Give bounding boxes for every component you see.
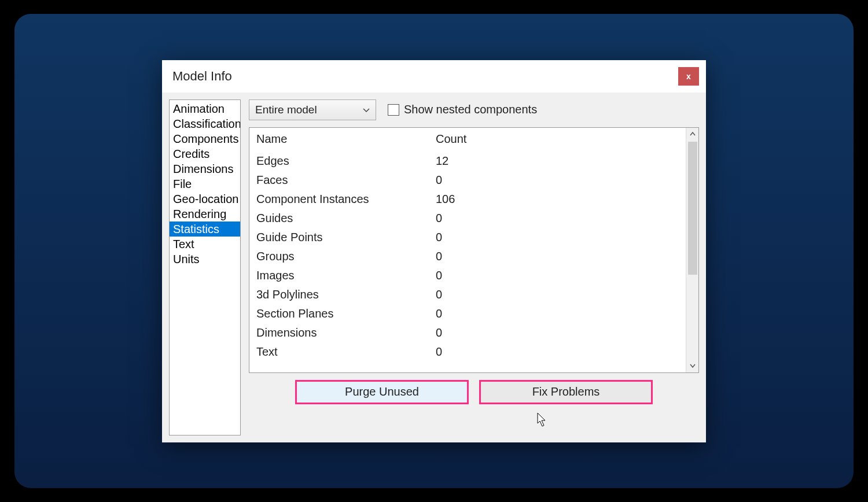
show-nested-checkbox-group[interactable]: Show nested components bbox=[388, 103, 537, 116]
purge-unused-button[interactable]: Purge Unused bbox=[295, 380, 469, 404]
table-row[interactable]: Dimensions 0 bbox=[256, 323, 679, 342]
vertical-scrollbar[interactable] bbox=[686, 128, 698, 372]
statistics-table: Name Count Edges 12 Faces 0 Component bbox=[249, 127, 699, 373]
table-row[interactable]: Section Planes 0 bbox=[256, 304, 679, 323]
stat-count: 0 bbox=[436, 288, 679, 301]
table-content: Name Count Edges 12 Faces 0 Component bbox=[249, 128, 686, 372]
stat-name: Guide Points bbox=[256, 231, 436, 244]
sidebar-item-statistics[interactable]: Statistics bbox=[170, 222, 240, 237]
stat-name: Faces bbox=[256, 174, 436, 187]
scrollbar-thumb[interactable] bbox=[688, 142, 697, 275]
titlebar: Model Info x bbox=[162, 60, 706, 93]
stat-count: 0 bbox=[436, 212, 679, 225]
table-row[interactable]: Guide Points 0 bbox=[256, 228, 679, 247]
sidebar-item-animation[interactable]: Animation bbox=[170, 101, 240, 116]
stat-count: 0 bbox=[436, 250, 679, 263]
button-row: Purge Unused Fix Problems bbox=[249, 380, 699, 404]
table-row[interactable]: Component Instances 106 bbox=[256, 190, 679, 209]
stat-name: Guides bbox=[256, 212, 436, 225]
sidebar-item-credits[interactable]: Credits bbox=[170, 146, 240, 161]
show-nested-checkbox[interactable] bbox=[388, 104, 399, 116]
close-button[interactable]: x bbox=[678, 67, 699, 86]
main-panel: Entire model Show nested components Name bbox=[249, 99, 699, 435]
stat-name: Groups bbox=[256, 250, 436, 263]
model-info-dialog: Model Info x Animation Classifications C… bbox=[162, 60, 706, 442]
scroll-down-icon[interactable] bbox=[686, 360, 698, 372]
stat-count: 106 bbox=[436, 193, 679, 206]
stat-count: 0 bbox=[436, 307, 679, 320]
table-row[interactable]: 3d Polylines 0 bbox=[256, 285, 679, 304]
fix-problems-button[interactable]: Fix Problems bbox=[479, 380, 653, 404]
sidebar-item-components[interactable]: Components bbox=[170, 131, 240, 146]
table-row[interactable]: Edges 12 bbox=[256, 152, 679, 171]
scope-dropdown[interactable]: Entire model bbox=[249, 99, 376, 120]
stat-name: 3d Polylines bbox=[256, 288, 436, 301]
fix-problems-label: Fix Problems bbox=[532, 385, 600, 398]
stat-count: 12 bbox=[436, 154, 679, 168]
outer-panel: Model Info x Animation Classifications C… bbox=[14, 14, 854, 488]
dialog-body: Animation Classifications Components Cre… bbox=[162, 93, 706, 442]
stat-count: 0 bbox=[436, 231, 679, 244]
sidebar-item-classifications[interactable]: Classifications bbox=[170, 116, 240, 131]
show-nested-label: Show nested components bbox=[404, 103, 537, 116]
stat-name: Section Planes bbox=[256, 307, 436, 320]
window-title: Model Info bbox=[172, 69, 232, 84]
scope-dropdown-value: Entire model bbox=[255, 104, 317, 116]
sidebar-item-text[interactable]: Text bbox=[170, 237, 240, 252]
sidebar-item-geo-location[interactable]: Geo-location bbox=[170, 191, 240, 206]
stat-count: 0 bbox=[436, 345, 679, 359]
table-row[interactable]: Faces 0 bbox=[256, 171, 679, 190]
table-row[interactable]: Images 0 bbox=[256, 266, 679, 285]
stat-count: 0 bbox=[436, 174, 679, 187]
stat-name: Component Instances bbox=[256, 193, 436, 206]
table-header: Name Count bbox=[256, 132, 679, 152]
sidebar-item-file[interactable]: File bbox=[170, 176, 240, 191]
scroll-up-icon[interactable] bbox=[686, 128, 698, 141]
stat-name: Edges bbox=[256, 154, 436, 168]
column-header-name[interactable]: Name bbox=[256, 132, 436, 146]
column-header-count[interactable]: Count bbox=[436, 132, 679, 146]
stat-name: Images bbox=[256, 269, 436, 282]
stat-count: 0 bbox=[436, 269, 679, 282]
close-icon: x bbox=[686, 72, 691, 81]
purge-unused-label: Purge Unused bbox=[345, 385, 419, 398]
top-controls: Entire model Show nested components bbox=[249, 99, 699, 120]
table-row[interactable]: Groups 0 bbox=[256, 247, 679, 266]
chevron-down-icon bbox=[363, 105, 370, 115]
table-row[interactable]: Text 0 bbox=[256, 342, 679, 361]
stat-name: Dimensions bbox=[256, 326, 436, 339]
sidebar-item-rendering[interactable]: Rendering bbox=[170, 206, 240, 222]
sidebar-item-dimensions[interactable]: Dimensions bbox=[170, 161, 240, 176]
stat-name: Text bbox=[256, 345, 436, 359]
table-row[interactable]: Guides 0 bbox=[256, 209, 679, 228]
stat-count: 0 bbox=[436, 326, 679, 339]
sidebar-item-units[interactable]: Units bbox=[170, 252, 240, 267]
sidebar-category-list[interactable]: Animation Classifications Components Cre… bbox=[169, 99, 241, 435]
